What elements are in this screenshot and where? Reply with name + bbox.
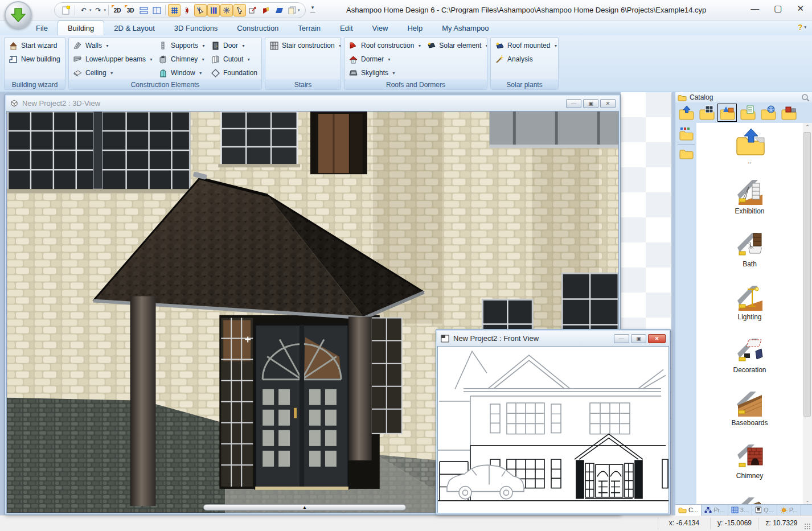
catalog-tab-project[interactable]: Pr... bbox=[702, 505, 728, 516]
crosshair-icon[interactable] bbox=[220, 4, 233, 17]
folder-groups-icon[interactable] bbox=[679, 127, 694, 141]
split-vertical-icon[interactable] bbox=[150, 4, 163, 17]
tab-view[interactable]: View bbox=[363, 20, 398, 35]
folder-objects-icon[interactable] bbox=[717, 104, 737, 122]
view-2d-button[interactable]: 2D bbox=[111, 4, 124, 17]
stair-construction-button[interactable]: Stair construction▼ bbox=[269, 41, 341, 51]
scroll-down-icon[interactable]: ⌄ bbox=[803, 497, 812, 503]
minimize-button[interactable]: — bbox=[566, 99, 581, 108]
folder-up-icon[interactable] bbox=[676, 104, 696, 122]
help-icon[interactable]: ?▾ bbox=[798, 23, 806, 32]
solar-element-button[interactable]: Solar element▼ bbox=[426, 41, 487, 51]
front-view-title-bar[interactable]: New Project2 : Front View — ▣ ✕ bbox=[437, 331, 669, 346]
window-front-view[interactable]: New Project2 : Front View — ▣ ✕ bbox=[436, 329, 671, 515]
tab-my-ashampoo[interactable]: My Ashampoo bbox=[432, 20, 498, 35]
tab-2d-layout[interactable]: 2D & Layout bbox=[104, 20, 165, 35]
customize-toolbar-icon[interactable]: ▾— bbox=[309, 5, 316, 14]
catalog-item-decoration[interactable]: Decoration bbox=[733, 337, 766, 374]
tab-terrain[interactable]: Terrain bbox=[288, 20, 330, 35]
tab-file[interactable]: File bbox=[26, 20, 58, 35]
chimney-button[interactable]: Chimney▼ bbox=[158, 55, 206, 64]
texture-icon[interactable] bbox=[260, 4, 272, 17]
dormer-button[interactable]: Dormer▼ bbox=[348, 55, 421, 64]
lower-upper-beams-button[interactable]: Lower/upper beams▼ bbox=[73, 55, 153, 64]
folder-windows-icon[interactable] bbox=[697, 104, 716, 122]
front-view-drawing[interactable] bbox=[437, 346, 669, 513]
maximize-button[interactable]: ▢ bbox=[774, 3, 782, 14]
3d-view-title-bar[interactable]: New Project2 : 3D-View — ▣ ✕ bbox=[6, 96, 619, 111]
new-document-icon[interactable] bbox=[60, 4, 72, 17]
tab-construction[interactable]: Construction bbox=[227, 20, 288, 35]
guides-icon[interactable] bbox=[207, 4, 220, 17]
chimney-icon bbox=[158, 55, 168, 64]
catalog-tab-catalog[interactable]: C... bbox=[675, 505, 702, 516]
floorplan-icon bbox=[9, 55, 18, 64]
magnet-icon[interactable] bbox=[181, 4, 194, 17]
roof-construction-button[interactable]: Roof construction▼ bbox=[348, 41, 421, 51]
analysis-button[interactable]: Analysis bbox=[495, 55, 557, 64]
elevation-drawing bbox=[438, 347, 669, 513]
document-icon bbox=[755, 507, 762, 513]
restore-button[interactable]: ▣ bbox=[583, 99, 598, 108]
catalog-tab-quality[interactable]: Q... bbox=[752, 505, 777, 516]
folder-icon[interactable] bbox=[679, 148, 694, 159]
catalog-item-baseboards[interactable]: Baseboards bbox=[731, 390, 768, 427]
transform-icon[interactable] bbox=[247, 4, 259, 17]
tab-edit[interactable]: Edit bbox=[330, 20, 362, 35]
folder-internet-icon[interactable] bbox=[758, 104, 778, 122]
tab-3d-functions[interactable]: 3D Functions bbox=[165, 20, 228, 35]
view-3d-button[interactable]: 3D bbox=[124, 4, 137, 17]
tab-building[interactable]: Building bbox=[58, 20, 104, 35]
walk-slider[interactable]: ▲ bbox=[203, 504, 406, 511]
minimize-button[interactable]: — bbox=[751, 3, 759, 14]
minimize-button[interactable]: — bbox=[614, 334, 629, 343]
redo-icon[interactable]: ↷ bbox=[92, 4, 105, 17]
folder-media-icon[interactable] bbox=[779, 104, 798, 122]
copy-icon[interactable] bbox=[286, 4, 298, 17]
close-icon[interactable]: ✕ bbox=[648, 334, 666, 343]
catalog-item-up[interactable]: .. bbox=[735, 127, 765, 165]
resize-grip[interactable] bbox=[804, 523, 811, 530]
folder-materials-icon[interactable] bbox=[738, 104, 757, 122]
close-icon[interactable]: ✕ bbox=[600, 99, 616, 108]
ribbon-group-solar-plants: Roof mounted▼ Analysis Solar plants bbox=[490, 37, 559, 90]
catalog-item-exhibition[interactable]: Exhibition bbox=[735, 179, 764, 215]
foundation-button[interactable]: Foundation▼ bbox=[211, 68, 262, 78]
cutout-button[interactable]: Cutout▼ bbox=[211, 55, 262, 64]
catalog-item-chimney[interactable]: Chimney bbox=[736, 443, 764, 480]
catalog-scrollbar[interactable]: ⌃ ⌄ bbox=[803, 123, 812, 504]
catalog-body: .. Exhibition Bath Lighting bbox=[675, 123, 812, 504]
group-caption: Roofs and Dormers bbox=[345, 80, 487, 90]
roof-mounted-button[interactable]: Roof mounted▼ bbox=[495, 41, 557, 51]
scroll-up-icon[interactable]: ⌃ bbox=[803, 124, 812, 130]
catalog-item-bath[interactable]: Bath bbox=[736, 232, 764, 268]
split-horizontal-icon[interactable] bbox=[137, 4, 150, 17]
catalog-item-partial[interactable] bbox=[736, 496, 764, 504]
catalog-tab-3d[interactable]: 3... bbox=[728, 505, 752, 516]
select-rays-icon[interactable] bbox=[194, 4, 207, 17]
parallelogram-icon[interactable] bbox=[273, 4, 285, 17]
tab-help[interactable]: Help bbox=[397, 20, 432, 35]
cursor-icon[interactable] bbox=[233, 4, 246, 17]
skylights-button[interactable]: Skylights▼ bbox=[348, 68, 421, 78]
door-button[interactable]: Door▼ bbox=[211, 41, 262, 51]
grid-icon[interactable] bbox=[168, 4, 181, 17]
ceiling-button[interactable]: Ceiling▼ bbox=[73, 68, 153, 78]
close-button[interactable]: ✕ bbox=[797, 3, 804, 14]
start-wizard-button[interactable]: Start wizard bbox=[9, 41, 61, 51]
catalog-tab-plants[interactable]: P... bbox=[777, 505, 801, 516]
supports-button[interactable]: Supports▼ bbox=[158, 41, 206, 51]
right-column bbox=[348, 317, 372, 460]
restore-button[interactable]: ▣ bbox=[631, 334, 646, 343]
stairs-icon bbox=[269, 41, 279, 51]
decoration-thumbnail bbox=[736, 337, 764, 365]
search-icon[interactable] bbox=[801, 93, 810, 102]
walls-button[interactable]: Walls▼ bbox=[73, 41, 153, 51]
window-button[interactable]: Window▼ bbox=[158, 68, 206, 78]
new-building-button[interactable]: New building bbox=[9, 55, 61, 64]
exhibition-thumbnail bbox=[736, 179, 764, 206]
catalog-item-lighting[interactable]: Lighting bbox=[736, 285, 764, 321]
scrollbar-thumb[interactable] bbox=[803, 132, 811, 417]
application-menu-button[interactable] bbox=[5, 1, 32, 28]
undo-icon[interactable]: ↶ bbox=[77, 4, 90, 17]
